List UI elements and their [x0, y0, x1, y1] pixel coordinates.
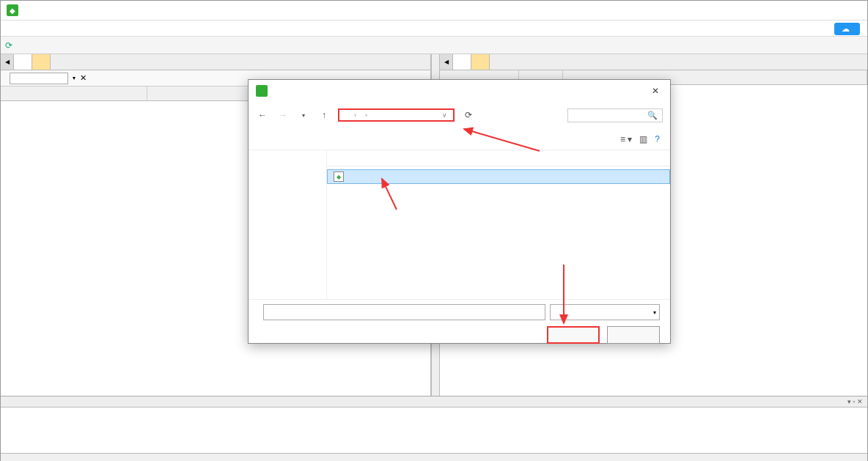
breadcrumb[interactable]: › › ∨	[338, 108, 455, 122]
upload-button[interactable]: ☁	[834, 23, 860, 35]
output-panel: ▾ ▫ ✕	[1, 396, 867, 453]
search-icon: 🔍	[647, 111, 658, 120]
dialog-icon	[256, 85, 268, 97]
search-input[interactable]	[10, 73, 68, 84]
output-controls[interactable]: ▾ ▫ ✕	[847, 398, 863, 405]
maximize-button[interactable]	[803, 2, 834, 18]
dialog-sidebar	[249, 150, 327, 299]
refresh-icon[interactable]: ⟳	[5, 40, 15, 51]
toolbar: ⟳	[1, 37, 867, 54]
fcol-date[interactable]	[474, 150, 554, 166]
nav-forward-icon[interactable]: →	[276, 110, 290, 120]
tab-scroll-left[interactable]: ◀	[1, 54, 14, 70]
help-icon[interactable]: ?	[655, 134, 660, 144]
cloud-icon: ☁	[842, 24, 850, 34]
titlebar: ◆	[1, 1, 867, 21]
view-list-icon[interactable]: ≡ ▾	[620, 134, 632, 144]
fcol-type[interactable]	[554, 150, 613, 166]
view-details-icon[interactable]: ▥	[639, 134, 647, 144]
search-clear-icon[interactable]: ✕	[80, 73, 87, 83]
tab-devices[interactable]	[14, 54, 32, 70]
dialog-close-icon[interactable]: ✕	[645, 83, 666, 99]
tab-boards[interactable]	[32, 54, 51, 70]
filename-input[interactable]	[263, 304, 545, 320]
refresh-icon[interactable]: ⟳	[462, 110, 475, 120]
main-window: ◆ ☁ ⟳ ◀ ▾ ✕	[0, 0, 868, 461]
nav-up-icon[interactable]: ↑	[317, 110, 331, 120]
menubar: ☁	[1, 21, 867, 37]
fcol-size[interactable]	[613, 150, 657, 166]
app-icon: ◆	[7, 4, 18, 16]
col-device[interactable]	[1, 86, 147, 100]
tab-scroll-left-r[interactable]: ◀	[440, 54, 453, 70]
minimize-button[interactable]	[772, 2, 803, 18]
pack-file-icon: ◆	[334, 172, 344, 182]
file-row-selected[interactable]: ◆	[327, 169, 670, 184]
open-button[interactable]	[547, 326, 600, 344]
filter-dropdown[interactable]: ▾	[550, 304, 660, 320]
nav-recent-icon[interactable]: ▾	[297, 112, 310, 119]
search-dropdown-icon[interactable]: ▾	[73, 75, 76, 81]
import-packs-dialog: ✕ ← → ▾ ↑ › › ∨ ⟳ 🔍 ≡ ▾ ▥	[248, 79, 671, 344]
nav-back-icon[interactable]: ←	[256, 110, 269, 120]
cancel-button[interactable]	[607, 326, 660, 344]
fcol-name[interactable]	[327, 150, 474, 166]
tab-examples[interactable]	[471, 54, 490, 70]
close-button[interactable]	[834, 2, 864, 18]
dialog-search[interactable]: 🔍	[567, 108, 663, 122]
tab-packs[interactable]	[453, 54, 471, 70]
